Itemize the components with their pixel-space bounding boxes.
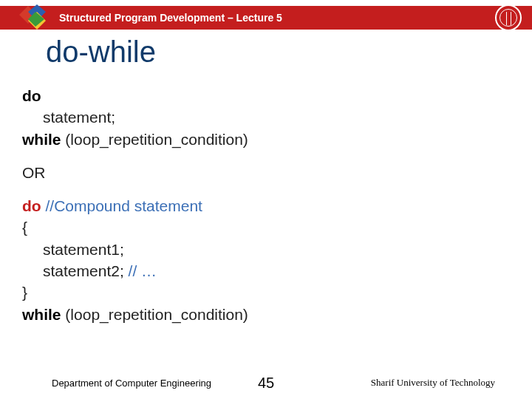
code-line: statement2; <box>43 262 129 279</box>
footer-department: Department of Computer Engineering <box>52 378 211 389</box>
brace-close: } <box>22 284 27 301</box>
university-seal-icon <box>495 4 522 31</box>
course-logo-icon <box>15 1 52 33</box>
brace-open: { <box>22 219 27 236</box>
code-comment: //Compound statement <box>46 197 202 214</box>
slide-content: do statement; while (loop_repetition_con… <box>22 86 510 326</box>
header-title: Structured Program Development – Lecture… <box>59 12 282 24</box>
code-condition: (loop_repetition_condition) <box>65 306 248 323</box>
or-separator: OR <box>22 164 46 181</box>
page-number: 45 <box>258 375 274 392</box>
footer-university: Sharif University of Technology <box>371 377 495 389</box>
keyword-while: while <box>22 306 65 323</box>
slide-title: do-while <box>46 35 156 69</box>
footer: Department of Computer Engineering 45 Sh… <box>0 377 532 389</box>
keyword-while: while <box>22 131 65 148</box>
code-condition: (loop_repetition_condition) <box>65 131 248 148</box>
slide: Structured Program Development – Lecture… <box>0 0 532 399</box>
keyword-do: do <box>22 87 41 104</box>
code-line: statement; <box>43 109 115 126</box>
header-bar: Structured Program Development – Lecture… <box>0 6 532 30</box>
keyword-do-red: do <box>22 197 46 214</box>
code-line: statement1; <box>43 241 124 258</box>
code-comment: // … <box>129 262 157 279</box>
